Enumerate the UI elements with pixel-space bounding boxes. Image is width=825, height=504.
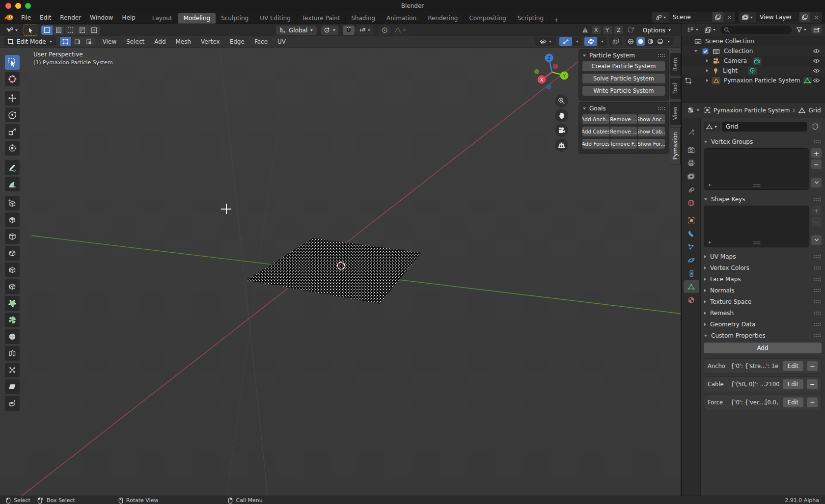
scene-new-copy-button[interactable] xyxy=(712,12,723,22)
hide-toggle-eye-icon[interactable] xyxy=(813,49,820,53)
grip-icon[interactable] xyxy=(813,140,821,144)
active-tool-select-box-icon[interactable] xyxy=(24,25,37,36)
tab-output[interactable] xyxy=(684,157,699,169)
object-type-visibility-dropdown[interactable] xyxy=(535,37,556,46)
viewport-menu-mesh[interactable]: Mesh xyxy=(171,38,196,45)
shading-material-preview-button[interactable] xyxy=(646,37,655,46)
tool-annotate[interactable] xyxy=(5,160,20,175)
camera-data-icon[interactable] xyxy=(753,57,762,65)
custom-property-remove-button[interactable]: − xyxy=(807,379,818,389)
shape-key-add-button[interactable]: + xyxy=(811,206,822,215)
proportional-editing-toggle[interactable] xyxy=(379,26,390,35)
outliner-row-pymaxion-particle-system[interactable]: Pymaxion Particle System xyxy=(682,76,825,85)
options-dropdown[interactable]: Options xyxy=(639,26,675,35)
tool-spin[interactable] xyxy=(5,313,20,327)
pan-view-hand-icon[interactable] xyxy=(555,109,568,122)
sidebar-tab-pymaxion[interactable]: Pymaxion xyxy=(670,127,681,164)
tool-move[interactable] xyxy=(5,91,20,106)
shading-wireframe-button[interactable] xyxy=(627,37,635,46)
show-overlays-toggle[interactable] xyxy=(584,37,597,46)
shape-key-specials-dropdown[interactable] xyxy=(811,235,822,245)
viewport-menu-edge[interactable]: Edge xyxy=(225,38,249,45)
tool-knife[interactable] xyxy=(5,279,20,294)
tab-scene[interactable] xyxy=(684,183,699,196)
add-workspace-button[interactable]: + xyxy=(550,17,563,24)
blender-logo-icon[interactable] xyxy=(4,14,14,21)
expand-caret-icon[interactable] xyxy=(694,50,698,53)
custom-property-remove-button[interactable]: − xyxy=(807,398,818,407)
tool-shrink-fatten[interactable] xyxy=(5,363,20,377)
mirror-z-toggle[interactable]: Z xyxy=(614,26,623,34)
vertex-select-mode-button[interactable] xyxy=(60,37,72,46)
grip-icon[interactable] xyxy=(813,322,821,326)
grip-icon[interactable] xyxy=(753,184,760,187)
outliner-row-scene-collection[interactable]: Scene Collection xyxy=(682,36,825,46)
face-select-mode-button[interactable] xyxy=(83,37,95,46)
camera-view-icon[interactable] xyxy=(555,124,568,137)
zoom-button[interactable] xyxy=(25,3,31,9)
custom-property-value[interactable]: {'(50, 0)': ...21000000 xyxy=(731,381,779,388)
transform-orientation-dropdown[interactable]: Global xyxy=(276,26,317,35)
workspace-tab-layout[interactable]: Layout xyxy=(147,13,178,24)
branch-caret-icon[interactable] xyxy=(706,69,709,73)
mesh-data-icon[interactable] xyxy=(803,77,812,84)
outliner-search-input[interactable] xyxy=(720,26,792,34)
mirror-x-toggle[interactable]: X xyxy=(592,26,601,34)
close-button[interactable] xyxy=(5,3,11,9)
custom-property-add-button[interactable]: Add xyxy=(704,343,822,353)
xray-toggle[interactable] xyxy=(609,37,622,46)
workspace-tab-texture-paint[interactable]: Texture Paint xyxy=(297,13,346,24)
view-layer-name[interactable]: View Layer xyxy=(756,14,799,21)
zoom-view-icon[interactable] xyxy=(555,94,568,107)
editor-type-dropdown[interactable] xyxy=(686,106,701,114)
proportional-falloff-dropdown[interactable] xyxy=(391,26,409,35)
custom-property-value[interactable]: {'0': {'vec...[0.0, 0.0, -5 xyxy=(731,399,779,406)
add-forces-button[interactable]: Add Forces xyxy=(582,139,609,149)
tab-particles[interactable] xyxy=(684,240,699,253)
write-particle-system-button[interactable]: Write Particle System xyxy=(582,86,665,96)
snap-toggle-magnet-icon[interactable] xyxy=(343,26,355,35)
workspace-tab-scripting[interactable]: Scripting xyxy=(512,13,550,24)
menu-help[interactable]: Help xyxy=(117,11,139,24)
shading-solid-button[interactable] xyxy=(636,37,645,46)
outliner-row-collection[interactable]: Collection xyxy=(682,46,825,56)
grip-icon[interactable] xyxy=(813,300,821,304)
view-layer-remove-button[interactable] xyxy=(810,12,822,22)
shape-keys-list[interactable] xyxy=(704,206,809,247)
select-mode-intersect-button[interactable] xyxy=(88,26,100,35)
workspace-tab-rendering[interactable]: Rendering xyxy=(422,13,464,24)
section-texture-space[interactable]: Texture Space xyxy=(704,296,822,307)
section-shape-keys[interactable]: Shape Keys xyxy=(704,193,822,205)
tab-material[interactable] xyxy=(684,293,699,306)
grip-icon[interactable] xyxy=(813,266,821,270)
navigation-gizmo[interactable]: Z Y X xyxy=(531,52,573,93)
menu-edit[interactable]: Edit xyxy=(35,11,55,24)
viewport-menu-uv[interactable]: UV xyxy=(273,38,291,45)
grip-icon[interactable] xyxy=(753,241,760,245)
tab-tool[interactable] xyxy=(684,126,699,138)
branch-caret-icon[interactable] xyxy=(706,79,709,82)
grip-icon[interactable] xyxy=(813,255,821,259)
breadcrumb-object-name[interactable]: Pymaxion Particle System xyxy=(714,107,790,114)
grip-icon[interactable] xyxy=(813,289,821,292)
custom-property-edit-button[interactable]: Edit xyxy=(783,379,803,389)
show-anchors-button[interactable]: Show Anc... xyxy=(638,114,665,124)
correct-face-attributes-icon[interactable] xyxy=(628,27,635,33)
filter-dropdown[interactable] xyxy=(795,26,808,34)
workspace-tab-uv-editing[interactable]: UV Editing xyxy=(254,13,297,24)
tab-object[interactable] xyxy=(684,214,699,227)
grip-icon[interactable] xyxy=(813,277,821,281)
section-uv-maps[interactable]: UV Maps xyxy=(704,251,822,262)
scene-unlink-button[interactable] xyxy=(723,12,735,22)
datablock-name-field[interactable]: Grid xyxy=(722,122,807,132)
remove-forces-button[interactable]: Remove F... xyxy=(610,139,637,149)
tab-physics[interactable] xyxy=(684,254,699,266)
tool-poly-build[interactable] xyxy=(5,296,20,311)
tool-transform[interactable] xyxy=(5,141,20,156)
section-face-maps[interactable]: Face Maps xyxy=(704,273,822,285)
select-mode-subtract-button[interactable] xyxy=(65,26,77,35)
viewport-3d[interactable]: User Perspective (1) Pymaxion Particle S… xyxy=(0,36,681,496)
shape-key-remove-button[interactable]: − xyxy=(811,217,822,227)
outliner-row-light[interactable]: Light xyxy=(682,66,825,76)
tab-constraints[interactable] xyxy=(684,267,699,280)
